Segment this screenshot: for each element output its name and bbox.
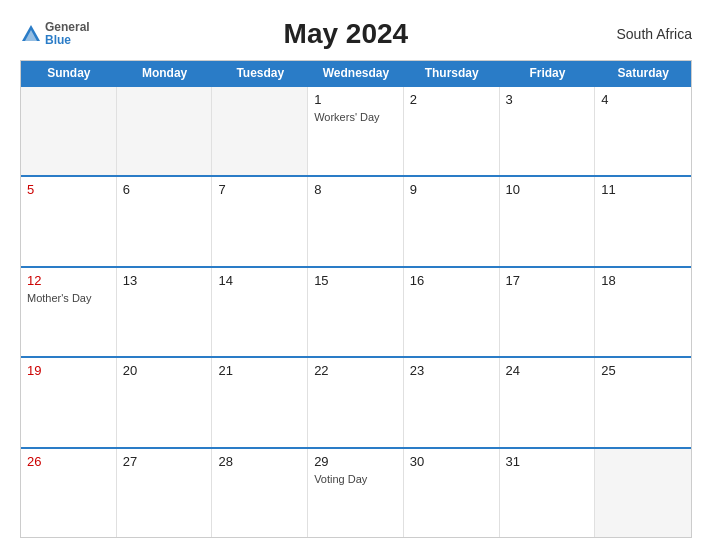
cal-cell-may6: 6 (117, 177, 213, 265)
day-number: 3 (506, 92, 589, 107)
day-number: 5 (27, 182, 110, 197)
cal-cell-may18: 18 (595, 268, 691, 356)
day-number: 23 (410, 363, 493, 378)
cal-cell-may31: 31 (500, 449, 596, 537)
calendar-week-4: 19 20 21 22 23 24 25 (21, 356, 691, 446)
day-event: Voting Day (314, 472, 397, 486)
day-number: 12 (27, 273, 110, 288)
cal-cell-may27: 27 (117, 449, 213, 537)
day-number: 22 (314, 363, 397, 378)
cal-cell-may23: 23 (404, 358, 500, 446)
cal-cell-may19: 19 (21, 358, 117, 446)
cal-cell-empty (595, 449, 691, 537)
calendar-week-2: 5 6 7 8 9 10 11 (21, 175, 691, 265)
logo-text: General Blue (45, 21, 90, 47)
cal-cell-may14: 14 (212, 268, 308, 356)
day-event: Mother's Day (27, 291, 110, 305)
header-friday: Friday (500, 61, 596, 85)
cal-cell-may7: 7 (212, 177, 308, 265)
day-number: 6 (123, 182, 206, 197)
cal-cell-empty (212, 87, 308, 175)
header-saturday: Saturday (595, 61, 691, 85)
cal-cell-may12: 12 Mother's Day (21, 268, 117, 356)
cal-cell-may3: 3 (500, 87, 596, 175)
calendar-week-5: 26 27 28 29 Voting Day 30 31 (21, 447, 691, 537)
day-number: 16 (410, 273, 493, 288)
cal-cell-may15: 15 (308, 268, 404, 356)
calendar-week-3: 12 Mother's Day 13 14 15 16 17 (21, 266, 691, 356)
day-number: 30 (410, 454, 493, 469)
day-number: 2 (410, 92, 493, 107)
logo-icon (20, 23, 42, 45)
day-number: 29 (314, 454, 397, 469)
cal-cell-may5: 5 (21, 177, 117, 265)
calendar-page: General Blue May 2024 South Africa Sunda… (0, 0, 712, 550)
cal-cell-may24: 24 (500, 358, 596, 446)
day-number: 17 (506, 273, 589, 288)
day-number: 25 (601, 363, 685, 378)
cal-cell-may29: 29 Voting Day (308, 449, 404, 537)
day-number: 7 (218, 182, 301, 197)
day-number: 27 (123, 454, 206, 469)
cal-cell-empty (117, 87, 213, 175)
day-number: 9 (410, 182, 493, 197)
country-label: South Africa (602, 26, 692, 42)
cal-cell-may1: 1 Workers' Day (308, 87, 404, 175)
day-number: 21 (218, 363, 301, 378)
day-number: 18 (601, 273, 685, 288)
cal-cell-may22: 22 (308, 358, 404, 446)
day-number: 1 (314, 92, 397, 107)
cal-cell-may17: 17 (500, 268, 596, 356)
calendar-week-1: 1 Workers' Day 2 3 4 (21, 85, 691, 175)
day-number: 15 (314, 273, 397, 288)
calendar-header-row: Sunday Monday Tuesday Wednesday Thursday… (21, 61, 691, 85)
day-number: 10 (506, 182, 589, 197)
cal-cell-may25: 25 (595, 358, 691, 446)
header-tuesday: Tuesday (212, 61, 308, 85)
day-number: 11 (601, 182, 685, 197)
cal-cell-may10: 10 (500, 177, 596, 265)
cal-cell-empty (21, 87, 117, 175)
cal-cell-may4: 4 (595, 87, 691, 175)
day-number: 4 (601, 92, 685, 107)
calendar-grid: Sunday Monday Tuesday Wednesday Thursday… (20, 60, 692, 538)
cal-cell-may9: 9 (404, 177, 500, 265)
calendar-title: May 2024 (90, 18, 602, 50)
cal-cell-may30: 30 (404, 449, 500, 537)
day-number: 13 (123, 273, 206, 288)
header-thursday: Thursday (404, 61, 500, 85)
cal-cell-may20: 20 (117, 358, 213, 446)
header-sunday: Sunday (21, 61, 117, 85)
day-number: 28 (218, 454, 301, 469)
cal-cell-may13: 13 (117, 268, 213, 356)
day-number: 19 (27, 363, 110, 378)
calendar-body: 1 Workers' Day 2 3 4 5 6 (21, 85, 691, 537)
day-number: 31 (506, 454, 589, 469)
cal-cell-may16: 16 (404, 268, 500, 356)
day-number: 20 (123, 363, 206, 378)
cal-cell-may2: 2 (404, 87, 500, 175)
cal-cell-may11: 11 (595, 177, 691, 265)
day-number: 8 (314, 182, 397, 197)
header-wednesday: Wednesday (308, 61, 404, 85)
page-header: General Blue May 2024 South Africa (20, 18, 692, 50)
cal-cell-may21: 21 (212, 358, 308, 446)
cal-cell-may28: 28 (212, 449, 308, 537)
day-number: 14 (218, 273, 301, 288)
cal-cell-may26: 26 (21, 449, 117, 537)
logo: General Blue (20, 21, 90, 47)
day-event: Workers' Day (314, 110, 397, 124)
day-number: 24 (506, 363, 589, 378)
cal-cell-may8: 8 (308, 177, 404, 265)
header-monday: Monday (117, 61, 213, 85)
day-number: 26 (27, 454, 110, 469)
logo-blue: Blue (45, 34, 90, 47)
